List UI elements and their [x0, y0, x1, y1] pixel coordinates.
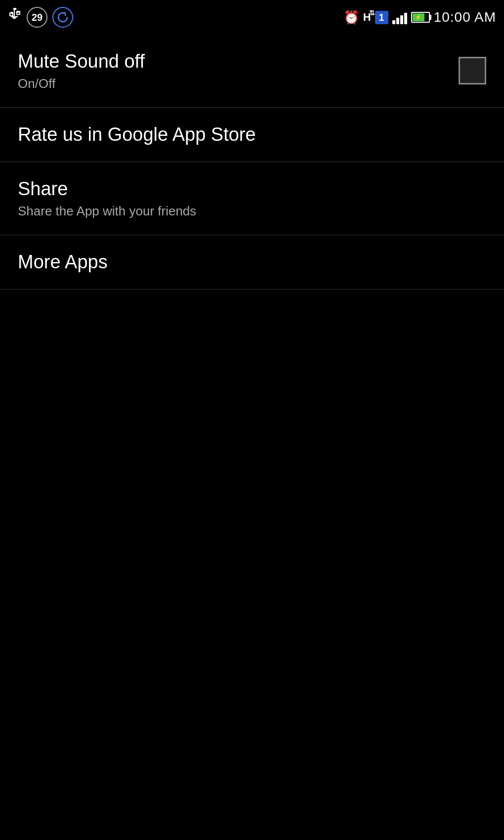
status-time: 10:00 AM: [434, 9, 496, 25]
svg-rect-0: [13, 8, 16, 10]
status-bar: 29 ⏰ H ⇅ 1 ⚡: [0, 0, 504, 35]
sim-badge: 1: [375, 11, 388, 24]
status-bar-right-icons: ⏰ H ⇅ 1 ⚡ 10:00 AM: [343, 9, 496, 25]
more-apps-title: More Apps: [18, 251, 486, 274]
share-item[interactable]: Share Share the App with your friends: [0, 162, 504, 235]
more-apps-item[interactable]: More Apps: [0, 235, 504, 290]
share-content: Share Share the App with your friends: [18, 178, 486, 219]
usb-icon: [8, 8, 22, 27]
rate-us-title: Rate us in Google App Store: [18, 124, 486, 146]
rate-us-item[interactable]: Rate us in Google App Store: [0, 108, 504, 163]
svg-rect-4: [10, 13, 13, 16]
refresh-icon: [52, 7, 73, 28]
battery-icon: ⚡: [411, 12, 430, 23]
alarm-icon: ⏰: [343, 10, 359, 25]
rate-us-content: Rate us in Google App Store: [18, 124, 486, 146]
status-bar-left-icons: 29: [8, 7, 73, 28]
share-subtitle: Share the App with your friends: [18, 204, 486, 219]
notification-badge: 29: [27, 7, 47, 28]
mute-sound-subtitle: On/Off: [18, 76, 459, 91]
share-title: Share: [18, 178, 486, 201]
signal-strength-icon: [392, 10, 407, 24]
mute-sound-content: Mute Sound off On/Off: [18, 50, 459, 91]
mute-sound-item[interactable]: Mute Sound off On/Off: [0, 35, 504, 108]
h-signal-icon: H ⇅: [363, 11, 371, 24]
mute-sound-title: Mute Sound off: [18, 50, 459, 73]
settings-list: Mute Sound off On/Off Rate us in Google …: [0, 35, 504, 290]
more-apps-content: More Apps: [18, 251, 486, 274]
mute-sound-checkbox[interactable]: [459, 57, 486, 84]
